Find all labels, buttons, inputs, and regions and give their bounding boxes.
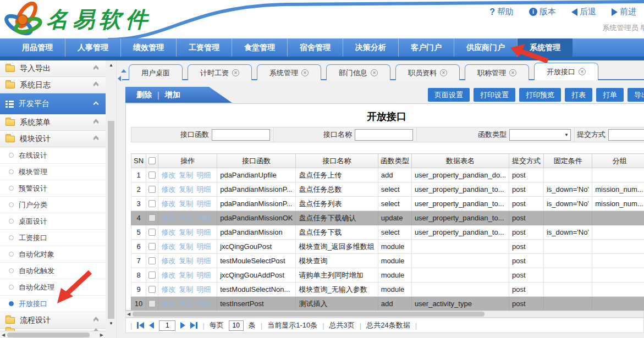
close-icon[interactable]: × — [440, 69, 447, 76]
close-icon[interactable]: × — [301, 69, 309, 76]
next-page-icon[interactable] — [180, 322, 185, 329]
table-row[interactable]: 9修改复制明细testModulSelectNon...模块查询_无输入参数mo… — [131, 282, 644, 297]
collapse-up-icon[interactable] — [121, 69, 126, 73]
scroll-up-icon[interactable]: ▲ — [109, 63, 113, 68]
action-link-明细[interactable]: 明细 — [196, 200, 211, 208]
toolbar-打印预览-button[interactable]: 打印预览 — [519, 88, 561, 102]
nav-item-系统管理[interactable]: 系统管理 — [517, 38, 573, 57]
sidebar-item-在线设计[interactable]: 在线设计 — [0, 147, 106, 164]
action-link-修改[interactable]: 修改 — [161, 271, 175, 279]
checkbox-icon[interactable] — [148, 300, 156, 307]
action-link-修改[interactable]: 修改 — [161, 300, 175, 308]
table-horizontal-scrollbar[interactable]: ◀ — [125, 311, 644, 318]
action-link-复制[interactable]: 复制 — [179, 200, 193, 208]
last-page-icon[interactable] — [190, 322, 197, 329]
vscroll-thumb[interactable] — [108, 121, 114, 319]
action-link-明细[interactable]: 明细 — [196, 228, 211, 236]
row-checkbox-cell[interactable] — [146, 168, 158, 182]
sidebar-item-预警设计[interactable]: 预警设计 — [0, 180, 106, 197]
scroll-left-icon[interactable]: ◀ — [127, 312, 130, 317]
nav-item-绩效管理[interactable]: 绩效管理 — [120, 38, 176, 57]
action-link-复制[interactable]: 复制 — [179, 171, 193, 179]
row-checkbox-cell[interactable] — [146, 240, 158, 254]
action-link-明细[interactable]: 明细 — [196, 257, 211, 265]
checkbox-icon[interactable] — [148, 286, 156, 293]
filter-select-函数类型[interactable]: ▼ — [509, 129, 571, 141]
table-row[interactable]: 7修改复制明细testMouleSelectPost模块查询modulepost — [131, 254, 644, 268]
table-row[interactable]: 8修改复制明细jxcQingGouAddPost请购单主列同时增加modulep… — [131, 268, 644, 282]
filter-select-提交方式[interactable]: ▼ — [608, 129, 644, 141]
table-row[interactable]: 6修改复制明细jxcQingGouPost模块查询_返回多维数组modulepo… — [131, 240, 644, 254]
close-icon[interactable]: × — [371, 69, 378, 76]
checkbox-icon[interactable] — [148, 186, 156, 193]
table-row[interactable]: 1修改复制明细pdaPandianUpfile盘点任务上传adduser_pro… — [131, 168, 644, 182]
table-row[interactable]: 3修改复制明细pdaPandianMissionP...盘点任务列表select… — [131, 197, 644, 211]
action-link-明细[interactable]: 明细 — [196, 242, 211, 251]
per-page-input[interactable] — [229, 320, 244, 331]
nav-item-客户门户[interactable]: 客户门户 — [398, 38, 454, 57]
sidebar-item-工资接口[interactable]: 工资接口 — [0, 230, 106, 246]
filter-input-接口名称[interactable] — [355, 129, 413, 141]
header-link-forward[interactable]: 前进 — [612, 7, 636, 17]
sidebar-item-开放接口[interactable]: 开放接口 — [0, 296, 106, 312]
sidebar-group-模块设计[interactable]: 模块设计 — [0, 131, 106, 147]
action-link-修改[interactable]: 修改 — [161, 242, 175, 251]
action-link-复制[interactable]: 复制 — [179, 285, 193, 293]
row-checkbox-cell[interactable] — [146, 211, 158, 225]
action-link-复制[interactable]: 复制 — [179, 271, 193, 279]
tab-计时工资[interactable]: 计时工资× — [188, 64, 252, 80]
toolbar-导出Excel-button[interactable]: 导出Excel — [628, 88, 644, 102]
checkbox-icon[interactable] — [148, 157, 156, 164]
checkbox-icon[interactable] — [148, 243, 156, 250]
action-link-明细[interactable]: 明细 — [196, 285, 211, 293]
header-link-info[interactable]: i版本 — [529, 7, 556, 17]
toolbar-删除-button[interactable]: 删除 — [136, 90, 152, 100]
toolbar-打印设置-button[interactable]: 打印设置 — [474, 88, 515, 102]
sidebar-group-流程设计[interactable]: 流程设计 — [0, 312, 106, 329]
action-link-修改[interactable]: 修改 — [161, 257, 175, 265]
action-link-复制[interactable]: 复制 — [179, 242, 193, 251]
row-checkbox-cell[interactable] — [146, 254, 158, 268]
checkbox-icon[interactable] — [148, 257, 156, 264]
nav-item-宿舍管理[interactable]: 宿舍管理 — [287, 38, 343, 57]
checkbox-icon[interactable] — [148, 200, 156, 207]
table-row[interactable]: 2修改复制明细pdaPandianMissionP...盘点任务总数select… — [131, 182, 644, 197]
filter-input-接口函数[interactable] — [212, 129, 270, 141]
sidebar-group-导入导出[interactable]: 导入导出 — [0, 60, 106, 77]
tab-系统管理[interactable]: 系统管理× — [257, 64, 321, 80]
toolbar-页面设置-button[interactable]: 页面设置 — [428, 88, 470, 102]
checkbox-icon[interactable] — [148, 271, 156, 279]
row-checkbox-cell[interactable] — [146, 297, 158, 311]
action-link-修改[interactable]: 修改 — [161, 228, 175, 236]
sidebar-item-自动化对象[interactable]: 自动化对象 — [0, 246, 106, 263]
header-link-back[interactable]: 后退 — [571, 7, 596, 17]
collapse-left-icon[interactable] — [118, 76, 121, 81]
sidebar-horizontal-scrollbar[interactable]: ◀ ▶ — [0, 331, 106, 338]
tab-职称管理[interactable]: 职称管理× — [465, 64, 529, 80]
row-checkbox-cell[interactable] — [146, 282, 158, 297]
row-checkbox-cell[interactable] — [146, 225, 158, 240]
nav-item-用品管理[interactable]: 用品管理 — [10, 38, 65, 57]
nav-item-工资管理[interactable]: 工资管理 — [176, 38, 232, 57]
action-link-明细[interactable]: 明细 — [196, 185, 211, 193]
action-link-复制[interactable]: 复制 — [179, 185, 193, 193]
first-page-icon[interactable] — [137, 322, 144, 329]
action-link-复制[interactable]: 复制 — [179, 300, 193, 308]
scroll-right-icon[interactable]: ▶ — [100, 333, 103, 337]
row-checkbox-cell[interactable] — [146, 182, 158, 197]
action-link-明细[interactable]: 明细 — [196, 300, 211, 308]
toolbar-打表-button[interactable]: 打表 — [565, 88, 592, 102]
checkbox-icon[interactable] — [148, 171, 156, 179]
scroll-left-icon[interactable]: ◀ — [2, 333, 5, 337]
select-all-header[interactable] — [146, 154, 158, 168]
sidebar-item-自动化触发[interactable]: 自动化触发 — [0, 263, 106, 279]
close-icon[interactable]: × — [579, 68, 586, 75]
nav-item-决策分析[interactable]: 决策分析 — [343, 38, 398, 57]
action-link-明细[interactable]: 明细 — [196, 171, 211, 179]
action-link-修改[interactable]: 修改 — [161, 214, 175, 222]
action-link-复制[interactable]: 复制 — [179, 257, 193, 265]
tab-部门信息[interactable]: 部门信息× — [326, 64, 390, 80]
sidebar-group-系统日志[interactable]: 系统日志 — [0, 77, 106, 93]
nav-item-人事管理[interactable]: 人事管理 — [65, 38, 120, 57]
sidebar-hscroll-thumb[interactable] — [7, 333, 90, 337]
